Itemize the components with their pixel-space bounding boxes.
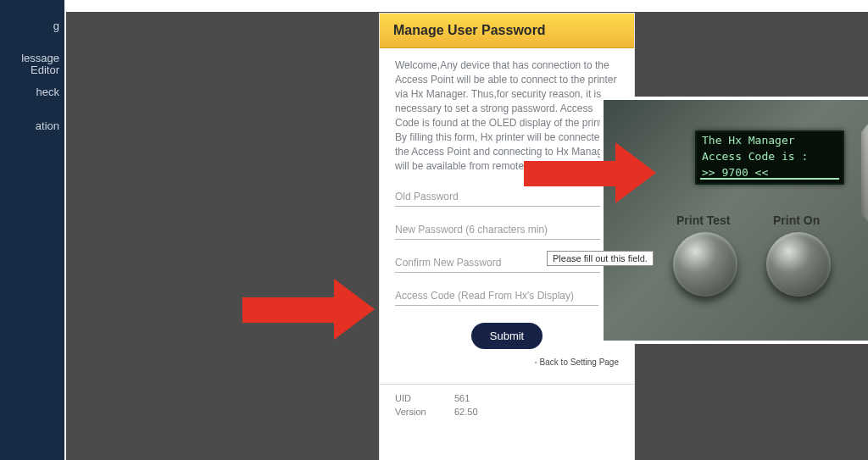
viewport: g lessage Editor heck ation Manage User …: [0, 0, 868, 460]
back-link[interactable]: Back to Setting Page: [395, 357, 619, 367]
panel-header: Manage User Password: [380, 14, 634, 48]
knob-label-print-on: Print On: [773, 213, 820, 227]
field-new-password: [395, 220, 619, 240]
device-photo: The Hx Manager Access Code is : >> 9700 …: [600, 97, 868, 344]
password-panel: Manage User Password Welcome,Any device …: [380, 14, 634, 460]
validation-tooltip: Please fill out this field.: [547, 251, 654, 266]
oled-line3: >> 9700 <<: [695, 163, 844, 179]
top-strip: [0, 0, 868, 12]
main-canvas: Manage User Password Welcome,Any device …: [66, 12, 868, 460]
footer-separator: [380, 384, 634, 385]
arrow-right: [524, 142, 658, 203]
sidebar-item-0[interactable]: g: [0, 20, 64, 32]
knob-print-test: [673, 232, 737, 297]
version-value: 62.50: [454, 407, 478, 417]
field-access-code: [395, 286, 619, 306]
arrow-left: [242, 279, 376, 340]
uid-label: UID: [395, 393, 454, 403]
panel-title: Manage User Password: [393, 23, 546, 38]
footer-version: Version 62.50: [395, 407, 619, 417]
sidebar-item-3[interactable]: ation: [0, 120, 64, 132]
footer-uid: UID 561: [395, 393, 619, 403]
submit-button[interactable]: Submit: [471, 323, 542, 349]
oled-line1: The Hx Manager: [695, 130, 844, 147]
serial-port-icon: [861, 122, 868, 224]
knob-print-on: [766, 232, 831, 297]
sidebar: g lessage Editor heck ation: [0, 0, 64, 460]
sidebar-item-2[interactable]: heck: [0, 86, 64, 98]
access-code-input[interactable]: [395, 286, 598, 306]
panel-body: Welcome,Any device that has connection t…: [380, 48, 634, 417]
uid-value: 561: [454, 393, 470, 403]
sidebar-item-1[interactable]: lessage Editor: [0, 53, 64, 76]
version-label: Version: [395, 407, 454, 417]
oled-progress: [700, 178, 839, 180]
new-password-input[interactable]: [395, 220, 619, 240]
oled-line2: Access Code is :: [695, 147, 844, 163]
oled-display: The Hx Manager Access Code is : >> 9700 …: [695, 130, 844, 185]
knob-label-print-test: Print Test: [676, 213, 731, 227]
